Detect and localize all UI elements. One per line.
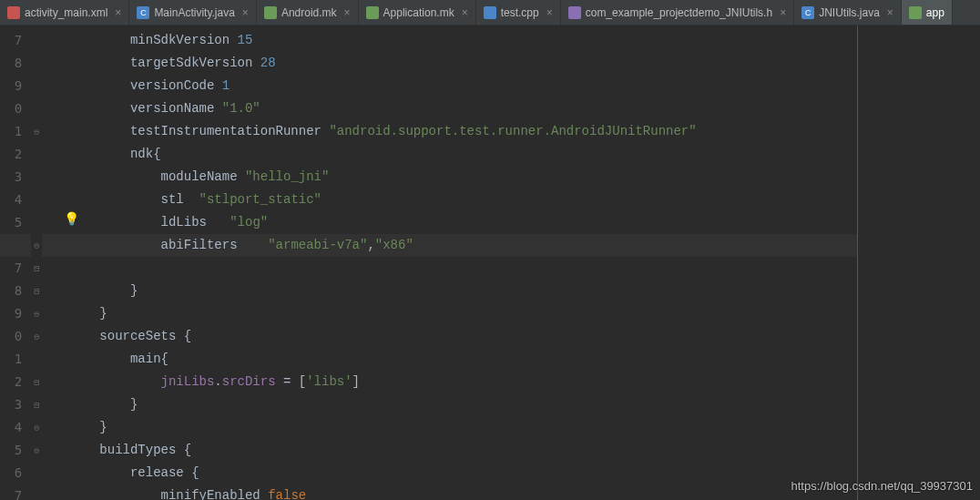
tab-label: test.cpp: [501, 6, 539, 19]
token: ,: [367, 238, 374, 252]
line-number: 5: [0, 211, 22, 234]
tab-label: activity_main.xml: [25, 6, 107, 19]
code-line: versionCode 1: [69, 78, 230, 93]
fold-marker-icon[interactable]: ⊖: [34, 332, 43, 341]
tab-application-mk[interactable]: Application.mk×: [359, 0, 476, 25]
line-number: 1: [0, 348, 22, 371]
code-line: main{: [69, 352, 168, 366]
token: abiFilters: [161, 238, 269, 252]
code-line: testInstrumentationRunner "android.suppo…: [69, 124, 697, 138]
code-line: buildTypes {: [69, 443, 191, 457]
close-icon[interactable]: ×: [546, 6, 553, 19]
line-number: 8: [0, 280, 22, 302]
token: "armeabi-v7a": [268, 238, 367, 252]
line-number: 3: [0, 166, 22, 189]
code-line: sourceSets {: [69, 329, 191, 343]
code-line: }: [69, 397, 138, 412]
token: jniLibs: [161, 374, 215, 389]
editor-tabbar: activity_main.xml×MainActivity.java×Andr…: [0, 0, 980, 26]
file-icon: [484, 6, 496, 19]
fold-marker-icon[interactable]: ⊖: [34, 309, 43, 318]
token: main{: [130, 352, 168, 366]
code-line: targetSdkVersion 28: [69, 56, 276, 70]
line-number: 2: [0, 371, 22, 393]
code-line: minifyEnabled false: [69, 488, 306, 500]
token: "x86": [375, 238, 413, 252]
token: ]: [352, 374, 360, 389]
line-number-gutter: 789012345678901234567: [0, 26, 31, 500]
code-line: jniLibs.srcDirs = ['libs']: [69, 374, 360, 389]
code-line: ldLibs "log": [69, 215, 268, 230]
code-line: }: [69, 283, 138, 298]
token: moduleName: [161, 169, 245, 184]
close-icon[interactable]: ×: [242, 6, 249, 19]
code-line: }: [69, 306, 107, 321]
token: buildTypes {: [99, 443, 191, 457]
close-icon[interactable]: ×: [780, 6, 786, 19]
fold-marker-icon[interactable]: ⊟: [34, 263, 43, 272]
code-area[interactable]: minSdkVersion 15 targetSdkVersion 28 ver…: [42, 26, 858, 500]
line-number: 4: [0, 416, 22, 439]
line-number: 1: [0, 120, 22, 143]
file-icon: [801, 6, 814, 19]
code-line: moduleName "hello_jni": [69, 169, 330, 184]
token: "log": [230, 215, 268, 230]
fold-marker-icon[interactable]: ⊖: [34, 127, 43, 136]
tab-label: com_example_projectdemo_JNIUtils.h: [586, 6, 772, 19]
fold-marker-icon[interactable]: ⊟: [34, 286, 43, 295]
token: release {: [130, 465, 199, 480]
tab-android-mk[interactable]: Android.mk×: [257, 0, 359, 25]
close-icon[interactable]: ×: [115, 6, 121, 19]
tab-jniutils-java[interactable]: JNIUtils.java×: [794, 0, 902, 25]
code-line: release {: [69, 465, 199, 480]
intention-bulb-icon[interactable]: 💡: [64, 211, 79, 227]
fold-marker-icon[interactable]: ⊖: [34, 423, 43, 432]
file-icon: [366, 6, 379, 19]
token: targetSdkVersion: [130, 56, 260, 70]
right-panel: [858, 26, 980, 500]
token: 28: [260, 56, 276, 70]
token: 1: [222, 78, 230, 93]
token: 'libs': [306, 374, 352, 389]
token: sourceSets {: [99, 329, 191, 343]
token: versionCode: [130, 78, 222, 93]
tab-mainactivity-java[interactable]: MainActivity.java×: [129, 0, 257, 25]
token: false: [268, 488, 306, 500]
fold-marker-icon[interactable]: ⊖: [34, 445, 43, 454]
close-icon[interactable]: ×: [462, 6, 468, 19]
token: .: [214, 374, 221, 389]
line-number: 7: [0, 29, 22, 52]
line-number: 7: [0, 257, 22, 280]
fold-marker-icon[interactable]: ⊟: [34, 400, 43, 409]
tab-label: MainActivity.java: [154, 6, 234, 19]
line-number: 5: [0, 439, 22, 462]
tab-label: Application.mk: [383, 6, 454, 19]
token: ndk{: [130, 147, 161, 161]
token: minSdkVersion: [130, 33, 238, 47]
line-number: 3: [0, 393, 22, 416]
token: "1.0": [222, 101, 260, 116]
token: testInstrumentationRunner: [130, 124, 329, 138]
token: }: [130, 283, 138, 298]
line-number: 0: [0, 325, 22, 348]
line-number: 6: [0, 462, 22, 485]
token: "android.support.test.runner.AndroidJUni…: [329, 124, 696, 138]
tab-test-cpp[interactable]: test.cpp×: [476, 0, 561, 25]
token: "stlport_static": [199, 192, 322, 207]
tab-com-example-projectdemo-jniutils-h[interactable]: com_example_projectdemo_JNIUtils.h×: [561, 0, 794, 25]
code-line: abiFilters "armeabi-v7a","x86": [0, 234, 857, 257]
token: 15: [238, 33, 253, 47]
fold-marker-icon[interactable]: ⊟: [34, 377, 43, 386]
tab-label: app: [926, 6, 944, 19]
close-icon[interactable]: ×: [344, 6, 351, 19]
tab-activity-main-xml[interactable]: activity_main.xml×: [0, 0, 129, 25]
line-number: 9: [0, 302, 22, 325]
fold-marker-icon[interactable]: ⊖: [34, 240, 43, 250]
close-icon[interactable]: ×: [887, 6, 893, 19]
line-number: 4: [0, 189, 22, 211]
fold-column: ⊖⊖⊟⊟⊖⊖⊟⊟⊖⊖: [31, 26, 41, 500]
line-number: 8: [0, 52, 22, 75]
watermark: https://blog.csdn.net/qq_39937301: [791, 479, 974, 493]
tab-app[interactable]: app: [902, 0, 953, 25]
code-line: ndk{: [69, 147, 161, 161]
